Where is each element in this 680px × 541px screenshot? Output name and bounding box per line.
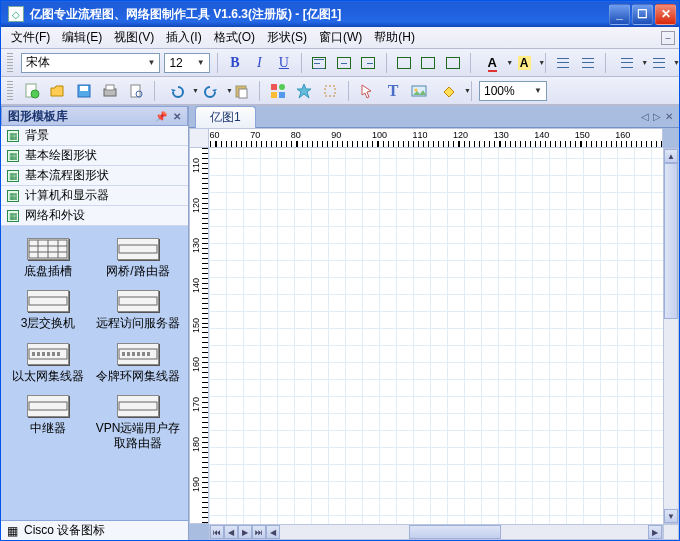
text-tool[interactable]: T (382, 80, 404, 102)
scroll-corner (663, 524, 679, 540)
tab-next-icon[interactable]: ▷ (653, 111, 661, 122)
underline-button[interactable]: U (274, 52, 295, 74)
shape-icon (27, 343, 69, 365)
scroll-right-icon[interactable]: ▶ (648, 525, 662, 539)
zoom-combo[interactable]: 100% ▼ (479, 81, 547, 101)
svg-rect-32 (57, 352, 60, 356)
shape-icon (117, 290, 159, 312)
menu-edit[interactable]: 编辑(E) (56, 27, 108, 48)
indent-increase-button[interactable]: ▼ (645, 52, 673, 74)
open-button[interactable] (47, 80, 69, 102)
align-left-button[interactable] (309, 52, 330, 74)
menu-insert[interactable]: 插入(I) (160, 27, 207, 48)
align-right-button[interactable] (358, 52, 379, 74)
insert-picture-button[interactable] (408, 80, 430, 102)
svg-rect-23 (119, 245, 157, 253)
shape-stencil[interactable]: 令牌环网集线器 (93, 337, 183, 389)
category-item[interactable]: ▦基本绘图形状 (1, 146, 188, 166)
category-item[interactable]: ▦计算机和显示器 (1, 186, 188, 206)
tab-prev-icon[interactable]: ◁ (641, 111, 649, 122)
valign-middle-button[interactable] (418, 52, 439, 74)
menu-window[interactable]: 窗口(W) (313, 27, 368, 48)
italic-button[interactable]: I (249, 52, 270, 74)
shape-label: 令牌环网集线器 (96, 369, 180, 383)
line-spacing-button[interactable] (578, 52, 599, 74)
horizontal-scrollbar[interactable]: ⏮ ◀ ▶ ⏭ ◀ ▶ (209, 524, 663, 540)
save-button[interactable] (73, 80, 95, 102)
category-item[interactable]: ▦背景 (1, 126, 188, 146)
toolbar-grip[interactable] (7, 53, 13, 73)
font-color-button[interactable]: A▼ (478, 52, 506, 74)
crop-button[interactable] (319, 80, 341, 102)
shape-stencil[interactable]: 中继器 (3, 389, 93, 456)
sheet-last-icon[interactable]: ⏭ (252, 525, 266, 539)
ruler-tick-label: 170 (191, 397, 201, 412)
scroll-thumb[interactable] (409, 525, 501, 539)
paste-button[interactable] (230, 80, 252, 102)
scroll-left-icon[interactable]: ◀ (266, 525, 280, 539)
vertical-ruler[interactable]: 100110120130140150160170180190 (189, 148, 209, 524)
scroll-up-icon[interactable]: ▲ (664, 149, 678, 163)
sheet-prev-icon[interactable]: ◀ (224, 525, 238, 539)
print-preview-button[interactable] (125, 80, 147, 102)
category-footer-item[interactable]: ▦ Cisco 设备图标 (1, 520, 188, 540)
valign-top-button[interactable] (394, 52, 415, 74)
favorites-button[interactable] (293, 80, 315, 102)
scroll-thumb[interactable] (664, 163, 678, 319)
valign-bottom-button[interactable] (443, 52, 464, 74)
svg-rect-3 (80, 86, 88, 91)
shape-label: 网桥/路由器 (106, 264, 169, 278)
panel-close-icon[interactable]: ✕ (173, 111, 181, 122)
menu-help[interactable]: 帮助(H) (368, 27, 421, 48)
vertical-scrollbar[interactable]: ▲ ▼ (663, 148, 679, 524)
indent-decrease-button[interactable]: ▼ (613, 52, 641, 74)
shapes-panel-button[interactable] (267, 80, 289, 102)
redo-button[interactable]: ▼ (196, 80, 226, 102)
sheet-next-icon[interactable]: ▶ (238, 525, 252, 539)
highlight-button[interactable]: A▼ (510, 52, 538, 74)
document-tab-row: 亿图1 ◁ ▷ ✕ (189, 106, 679, 128)
scroll-down-icon[interactable]: ▼ (664, 509, 678, 523)
tab-close-icon[interactable]: ✕ (665, 111, 673, 122)
bullets-button[interactable] (553, 52, 574, 74)
document-tab[interactable]: 亿图1 (195, 106, 256, 128)
shapes-panel-header: 图形模板库 📌 ✕ (1, 106, 188, 126)
menu-view[interactable]: 视图(V) (108, 27, 160, 48)
fill-color-button[interactable]: ▼ (434, 80, 464, 102)
menu-overflow-icon[interactable]: – (661, 31, 675, 45)
pointer-tool[interactable] (356, 80, 378, 102)
shape-stencil[interactable]: 远程访问服务器 (93, 284, 183, 336)
menu-shape[interactable]: 形状(S) (261, 27, 313, 48)
panel-pin-icon[interactable]: 📌 (155, 111, 167, 122)
sheet-first-icon[interactable]: ⏮ (210, 525, 224, 539)
undo-button[interactable]: ▼ (162, 80, 192, 102)
print-button[interactable] (99, 80, 121, 102)
menu-file[interactable]: 文件(F) (5, 27, 56, 48)
shape-stencil[interactable]: 3层交换机 (3, 284, 93, 336)
category-list: ▦背景 ▦基本绘图形状 ▦基本流程图形状 ▦计算机和显示器 ▦网络和外设 (1, 126, 188, 226)
align-center-button[interactable] (334, 52, 355, 74)
bold-button[interactable]: B (225, 52, 246, 74)
shape-stencil[interactable]: 网桥/路由器 (93, 232, 183, 284)
category-item[interactable]: ▦网络和外设 (1, 206, 188, 226)
close-button[interactable]: ✕ (655, 4, 676, 25)
new-button[interactable] (21, 80, 43, 102)
font-name-combo[interactable]: 宋体 ▼ (21, 53, 161, 73)
toolbar-grip[interactable] (7, 81, 13, 101)
horizontal-ruler[interactable]: 5060708090100110120130140150160 (209, 128, 663, 148)
font-size-combo[interactable]: 12 ▼ (164, 53, 209, 73)
svg-rect-41 (119, 402, 157, 410)
drawing-canvas[interactable] (209, 148, 663, 524)
zoom-value: 100% (484, 84, 515, 98)
shape-stencil[interactable]: 底盘插槽 (3, 232, 93, 284)
minimize-button[interactable]: _ (609, 4, 630, 25)
ruler-tick-label: 140 (534, 130, 549, 140)
shape-stencil[interactable]: 以太网集线器 (3, 337, 93, 389)
shapes-panel-title: 图形模板库 (8, 108, 68, 125)
category-item[interactable]: ▦基本流程图形状 (1, 166, 188, 186)
shape-label: 中继器 (30, 421, 66, 435)
maximize-button[interactable]: ☐ (632, 4, 653, 25)
shape-stencil[interactable]: VPN远端用户存取路由器 (93, 389, 183, 456)
menu-format[interactable]: 格式(O) (208, 27, 261, 48)
svg-rect-40 (29, 402, 67, 410)
